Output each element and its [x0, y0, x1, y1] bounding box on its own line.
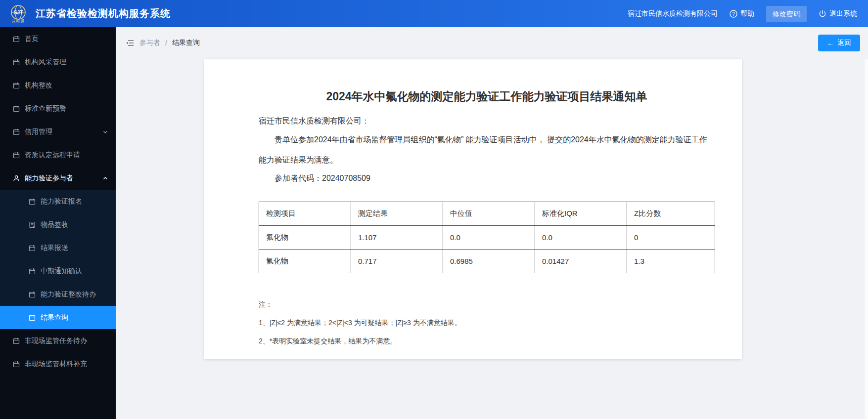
calendar-icon — [13, 36, 20, 42]
sidebar-item-org-profile[interactable]: 机构风采管理 — [0, 50, 116, 74]
participant-code-value: 20240708509 — [322, 174, 370, 182]
sidebar-item-label: 机构风采管理 — [25, 58, 66, 67]
table-cell: 1.107 — [351, 226, 443, 250]
company-name: 宿迁市民信水质检测有限公司 — [628, 9, 718, 18]
sidebar-item-label: 首页 — [25, 35, 39, 43]
table-cell: 氟化物 — [259, 250, 351, 273]
calendar-icon — [29, 198, 36, 205]
sidebar-item-qualification-remote[interactable]: 资质认定远程申请 — [0, 143, 116, 167]
breadcrumb-current: 结果查询 — [172, 39, 200, 47]
table-cell: 0.0 — [535, 226, 627, 250]
calendar-icon — [29, 268, 36, 275]
document-title: 2024年水中氟化物的测定能力验证工作能力验证项目结果通知单 — [259, 59, 715, 104]
breadcrumb-separator: / — [165, 39, 167, 47]
main-area: 参与者 / 结果查询 ← 返回 2024年水中氟化物的测定能力验证工作能力验证项… — [116, 27, 868, 419]
back-arrow-icon: ← — [827, 39, 834, 47]
table-header-cell: 中位值 — [443, 202, 535, 226]
calendar-icon — [13, 59, 20, 66]
change-password-button[interactable]: 修改密码 — [766, 6, 807, 22]
table-header-cell: 标准化IQR — [535, 202, 627, 226]
content-area: 2024年水中氟化物的测定能力验证工作能力验证项目结果通知单 宿迁市民信水质检测… — [116, 59, 868, 419]
table-cell: 0.6985 — [443, 250, 535, 273]
submenu-item-pt-rectification-todo[interactable]: 能力验证整改待办 — [0, 283, 116, 306]
table-header-cell: 测定结果 — [351, 202, 443, 226]
sidebar-item-credit-management[interactable]: 信用管理 — [0, 120, 116, 143]
document-salutation: 宿迁市民信水质检测有限公司： — [259, 116, 715, 126]
table-cell: 0.01427 — [535, 250, 627, 273]
chevron-down-icon — [103, 129, 108, 134]
submenu-item-goods-receipt[interactable]: 物品签收 — [0, 213, 116, 236]
participant-code-line: 参加者代码：20240708509 — [259, 170, 715, 187]
breadcrumb: 参与者 / 结果查询 — [126, 39, 200, 47]
table-row: 氟化物 1.107 0.0 0.0 0 — [259, 226, 715, 250]
document-body: 贵单位参加2024年由省市场监督管理局组织的“氟化物” 能力验证项目活动中， 提… — [259, 129, 715, 170]
person-icon — [13, 175, 20, 182]
sidebar-item-label: 能力验证参与者 — [25, 174, 73, 183]
sidebar-item-label: 信用管理 — [25, 127, 52, 136]
submenu-item-midterm-confirm[interactable]: 中期通知确认 — [0, 259, 116, 283]
collapse-sidebar-icon[interactable] — [126, 39, 135, 47]
svg-text:?: ? — [732, 11, 735, 16]
table-row: 氟化物 0.717 0.6985 0.01427 1.3 — [259, 250, 715, 273]
globe-logo-icon: SJT — [10, 4, 27, 21]
table-header-row: 检测项目 测定结果 中位值 标准化IQR Z比分数 — [259, 202, 715, 226]
calendar-icon — [29, 314, 36, 321]
calendar-icon — [13, 337, 20, 344]
help-icon: ? — [730, 10, 737, 18]
power-icon — [819, 10, 826, 18]
table-header-cell: 检测项目 — [259, 202, 351, 226]
logout-button[interactable]: 退出系统 — [819, 9, 857, 18]
calendar-icon — [13, 128, 20, 135]
toolbar: 参与者 / 结果查询 ← 返回 — [116, 27, 868, 59]
sidebar-item-label: 结果查询 — [41, 313, 68, 322]
table-cell: 0.717 — [351, 250, 443, 273]
help-button[interactable]: ? 帮助 — [730, 9, 754, 18]
table-cell: 0.0 — [443, 226, 535, 250]
table-cell: 氟化物 — [259, 226, 351, 250]
app-title: 江苏省检验检测机构服务系统 — [36, 7, 171, 20]
sidebar-group-pt-participant[interactable]: 能力验证参与者 — [0, 167, 116, 190]
sidebar-item-offsite-materials[interactable]: 非现场监管材料补充 — [0, 352, 116, 376]
clipboard-icon — [29, 221, 36, 228]
calendar-icon — [13, 105, 20, 112]
sidebar-item-offsite-tasks[interactable]: 非现场监管任务待办 — [0, 329, 116, 352]
table-header-cell: Z比分数 — [627, 202, 715, 226]
sidebar: 首页 机构风采管理 机构整改 标准查新预警 信用管理 资质认定远程申请 能力验证… — [0, 27, 116, 419]
chevron-up-icon — [103, 176, 108, 181]
sidebar-item-label: 资质认定远程申请 — [25, 151, 80, 160]
result-notice-document: 2024年水中氟化物的测定能力验证工作能力验证项目结果通知单 宿迁市民信水质检测… — [204, 59, 742, 359]
calendar-icon — [13, 82, 20, 89]
back-button[interactable]: ← 返回 — [818, 35, 860, 51]
result-table: 检测项目 测定结果 中位值 标准化IQR Z比分数 氟化物 1.107 0.0 … — [259, 202, 715, 273]
calendar-icon — [13, 361, 20, 368]
submenu-item-result-report[interactable]: 结果报送 — [0, 236, 116, 259]
sidebar-item-label: 中期通知确认 — [41, 267, 82, 276]
submenu-item-result-query[interactable]: 结果查询 — [0, 306, 116, 329]
calendar-icon — [13, 152, 20, 159]
sidebar-item-label: 标准查新预警 — [25, 104, 66, 113]
breadcrumb-parent[interactable]: 参与者 — [139, 39, 160, 47]
notes-title: 注： — [259, 299, 715, 310]
calendar-icon — [29, 291, 36, 298]
svg-text:SJT: SJT — [14, 10, 23, 15]
sidebar-item-label: 结果报送 — [41, 244, 68, 252]
logo-subtitle: 苏检通 — [12, 20, 25, 24]
app-logo: SJT 苏检通 — [7, 1, 30, 26]
sidebar-item-standard-alert[interactable]: 标准查新预警 — [0, 97, 116, 120]
sidebar-item-org-rectification[interactable]: 机构整改 — [0, 74, 116, 97]
participant-code-label: 参加者代码： — [274, 174, 322, 182]
table-cell: 1.3 — [627, 250, 715, 273]
app-header: SJT 苏检通 江苏省检验检测机构服务系统 宿迁市民信水质检测有限公司 ? 帮助… — [0, 0, 868, 27]
table-cell: 0 — [627, 226, 715, 250]
scrollbar[interactable] — [864, 59, 868, 419]
sidebar-item-label: 物品签收 — [41, 220, 68, 229]
submenu-item-pt-signup[interactable]: 能力验证报名 — [0, 190, 116, 213]
sidebar-item-label: 能力验证整改待办 — [41, 290, 96, 299]
calendar-icon — [29, 245, 36, 251]
sidebar-submenu: 能力验证报名 物品签收 结果报送 中期通知确认 能力验证整改待办 结果查询 — [0, 190, 116, 329]
sidebar-item-label: 机构整改 — [25, 81, 52, 90]
sidebar-item-label: 能力验证报名 — [41, 197, 82, 206]
sidebar-item-home[interactable]: 首页 — [0, 27, 116, 50]
sidebar-item-label: 非现场监管材料补充 — [25, 360, 87, 369]
note-line: 1、|Z|≤2 为满意结果；2<|Z|<3 为可疑结果；|Z|≥3 为不满意结果… — [259, 317, 715, 328]
